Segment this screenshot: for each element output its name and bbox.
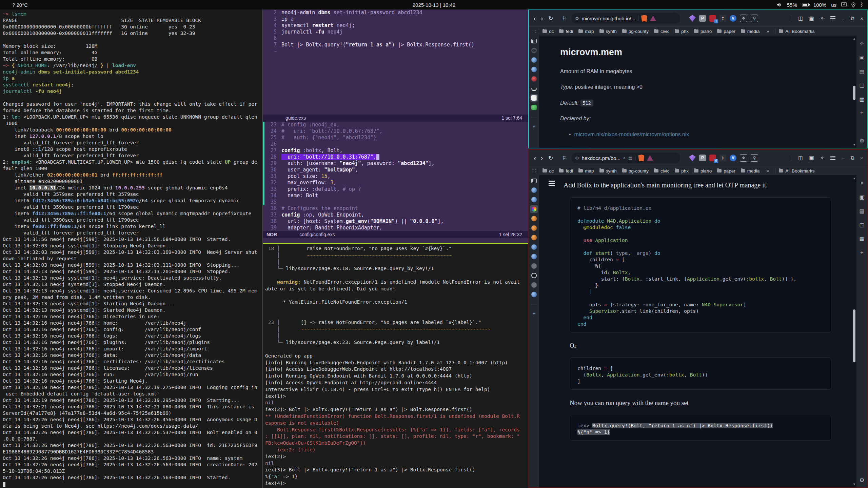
code-block-iex[interactable]: iex> Boltx.query!(Bolt, "return 1 as n")…: [570, 415, 831, 441]
bookmark-folder-media[interactable]: media: [741, 29, 760, 34]
back-button[interactable]: ‹: [534, 154, 536, 162]
sidebar-toggle-icon[interactable]: ◫: [798, 15, 803, 21]
scrollbar[interactable]: ▲ ▼: [852, 175, 856, 487]
reader-mode-icon[interactable]: ▤: [628, 156, 632, 161]
vpn-triangle-icon[interactable]: [650, 16, 656, 21]
scroll-down-arrow[interactable]: ▼: [853, 143, 856, 146]
pin-extension-icon[interactable]: 6: [709, 155, 716, 161]
editor-line[interactable]: 24# uri: "bolt://10.0.0.67:7687",: [263, 128, 528, 135]
bookmark-folder-phx[interactable]: phx: [675, 168, 689, 174]
extensions-puzzle-icon[interactable]: ❖: [740, 15, 747, 22]
reader-tool-icon[interactable]: ▢: [859, 222, 864, 228]
sparkle-icon[interactable]: ✧: [820, 155, 825, 161]
scrollbar[interactable]: ▲ ▼: [852, 36, 856, 148]
bookmark-folder-paper[interactable]: paper: [717, 29, 735, 34]
bookmark-folder-synth[interactable]: synth: [599, 168, 617, 174]
extensions-puzzle-icon[interactable]: ❖: [740, 154, 747, 162]
close-button[interactable]: ×: [860, 16, 863, 21]
url-text[interactable]: hexdocs.pm/bo...: [582, 155, 620, 161]
bookmarks-overflow-chevron[interactable]: »: [766, 168, 769, 174]
options-source-link[interactable]: microvm.nix/nixos-modules/microvm/option…: [574, 131, 689, 137]
tab-favicon-red[interactable]: [530, 75, 538, 83]
editor-line[interactable]: 38 url: [host: System.get_env("DOMAIN") …: [263, 218, 528, 225]
all-bookmarks[interactable]: All Bookmarks: [779, 168, 814, 174]
editor-line[interactable]: ~: [263, 48, 528, 55]
restore-button[interactable]: ⧉: [851, 15, 854, 21]
new-tab-button[interactable]: +: [530, 309, 538, 318]
v-extension-icon[interactable]: V: [730, 15, 736, 22]
editor-line[interactable]: 31 pool_size: 15,: [263, 173, 528, 180]
bookmark-folder-piano[interactable]: piano: [694, 29, 712, 34]
scrollbar-thumb[interactable]: [853, 86, 855, 100]
minimize-button[interactable]: ‒: [842, 16, 844, 21]
bookmark-folder-dc[interactable]: dc: [542, 168, 554, 174]
sidebar-toggle-icon[interactable]: ◫: [798, 155, 803, 161]
menu-button[interactable]: [830, 156, 835, 160]
tab-favicon-hex[interactable]: [530, 205, 538, 213]
tab-favicon-blue[interactable]: [530, 56, 538, 64]
v-extension-icon[interactable]: V: [730, 155, 736, 161]
reload-button[interactable]: ↻: [548, 15, 553, 22]
tab-favicon-blue[interactable]: [530, 186, 538, 194]
kanji-extension-icon[interactable]: ‡: [719, 15, 726, 22]
add-tool-icon[interactable]: +: [860, 249, 863, 256]
bookmark-folder-dc[interactable]: dc: [542, 29, 554, 34]
bookmark-folder-civic[interactable]: civic: [654, 29, 669, 34]
tab-favicon-blue[interactable]: [530, 196, 538, 204]
bookmark-folder-piano[interactable]: piano: [694, 168, 712, 174]
bookmark-folder-pg-county[interactable]: pg-county: [622, 29, 649, 34]
tab-favicon-blue[interactable]: [530, 243, 538, 251]
url-text[interactable]: microvm-nix.github.io/...: [582, 16, 635, 21]
editor-line[interactable]: 7Bolt |> Boltx.query!("return 1 as a") |…: [263, 42, 528, 48]
sparkle-icon[interactable]: ✧: [820, 15, 825, 21]
bluetooth-icon[interactable]: ᛒ: [860, 2, 863, 8]
p-extension-icon[interactable]: P: [699, 15, 706, 22]
gem-extension-icon[interactable]: [689, 155, 696, 161]
editor-line[interactable]: 23# config :neo4j_ex,: [263, 122, 528, 128]
back-button[interactable]: ‹: [534, 15, 536, 22]
vpn-triangle-icon[interactable]: [647, 155, 653, 161]
editor-line[interactable]: 28 uri: "bolt://10.0.0.31:7687",: [263, 154, 528, 160]
editor-pane-guide[interactable]: 2neo4j-admin dbms set-initial-password a…: [263, 9, 528, 115]
screenshot-tool-icon[interactable]: ▣: [859, 194, 864, 200]
minimize-button[interactable]: ‒: [842, 155, 844, 161]
tab-favicon-grey[interactable]: [530, 281, 538, 289]
zoom-icon[interactable]: ⌕: [623, 155, 626, 161]
tab-favicon-github[interactable]: [530, 84, 538, 93]
kanji-extension-icon[interactable]: ‡: [719, 155, 726, 161]
editor-line[interactable]: 6: [263, 35, 528, 42]
grid-icon[interactable]: ∷: [532, 168, 535, 174]
scrollbar-thumb[interactable]: [853, 309, 855, 362]
editor-line[interactable]: 30 user_agent: "boltx@op",: [263, 167, 528, 173]
editor-line[interactable]: 39 adapter: Bandit.PhoenixAdapter,: [263, 225, 528, 231]
site-settings-icon[interactable]: ⚙: [575, 156, 579, 161]
pin-extension-icon[interactable]: 1: [709, 15, 716, 22]
settings-gear-icon[interactable]: ⚙: [856, 477, 867, 484]
all-bookmarks[interactable]: All Bookmarks: [779, 29, 814, 34]
wallet-icon[interactable]: ▣: [809, 155, 814, 161]
tab-favicon-panel[interactable]: [530, 177, 538, 185]
page-menu-icon[interactable]: [549, 181, 555, 187]
wallet-tool-icon[interactable]: ▤: [859, 68, 864, 75]
tab-favicon-layers[interactable]: [530, 46, 538, 55]
editor-pane-config[interactable]: 23# config :neo4j_ex,24# uri: "bolt://10…: [263, 122, 528, 231]
tab-favicon-panel[interactable]: [530, 37, 538, 45]
tab-favicon-orange[interactable]: [530, 233, 538, 242]
editor-line[interactable]: 25# auth: {"neo4j", "abcd1234"}: [263, 135, 528, 141]
site-settings-icon[interactable]: ⚙: [575, 16, 579, 21]
tab-favicon-dot[interactable]: [530, 271, 538, 280]
grid-icon[interactable]: ∷: [532, 28, 535, 35]
editor-line[interactable]: 36# Configures the endpoint: [263, 205, 528, 212]
bookmark-folder-phx[interactable]: phx: [675, 29, 689, 34]
bookmark-folder-media[interactable]: media: [741, 168, 760, 174]
tab-favicon-blue[interactable]: [530, 65, 538, 74]
terminal-iex[interactable]: 18 │ raise NotFoundError, "no page uses …: [263, 244, 528, 488]
container-search-icon[interactable]: ⚲: [751, 15, 758, 22]
bookmark-folder-paper[interactable]: paper: [717, 168, 735, 174]
url-bar[interactable]: ⚙ hexdocs.pm/bo... ⌕ ▤: [572, 152, 680, 163]
p-extension-icon[interactable]: P: [699, 155, 706, 161]
tab-favicon-blue[interactable]: [530, 252, 538, 261]
bookmark-icon[interactable]: ⚐: [562, 155, 567, 161]
scroll-down-arrow[interactable]: ▼: [853, 483, 856, 486]
bookmarks-overflow-chevron[interactable]: »: [766, 28, 769, 34]
